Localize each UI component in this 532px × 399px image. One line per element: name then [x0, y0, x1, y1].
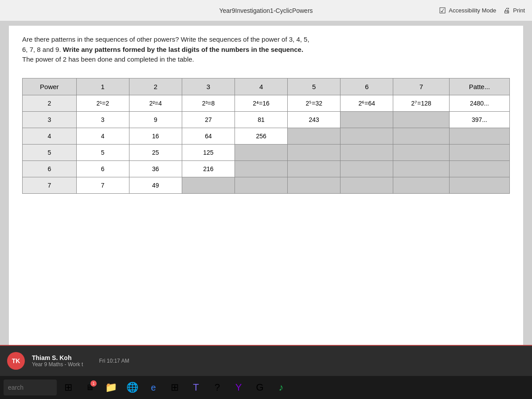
col-header-1: 1 — [76, 78, 129, 95]
data-cell[interactable] — [235, 177, 288, 193]
data-cell[interactable] — [393, 111, 449, 128]
data-cell[interactable]: 5 — [76, 144, 129, 160]
data-cell[interactable] — [288, 128, 340, 144]
taskbar-help-button[interactable]: ? — [207, 378, 227, 397]
data-cell[interactable] — [235, 144, 288, 160]
accessibility-icon: ☑ — [439, 6, 446, 16]
accessibility-label: Accessibility Mode — [449, 7, 496, 14]
taskbar: ⊞ 🖥 1 📁 🌐 e ⊞ T ? Y G ♪ — [0, 376, 532, 399]
data-cell[interactable]: 4 — [76, 128, 129, 144]
data-cell[interactable]: 2⁶=64 — [340, 95, 393, 111]
data-cell[interactable]: 7 — [76, 177, 129, 193]
taskbar-edge-button[interactable]: e — [144, 378, 163, 397]
power-cell[interactable]: 4 — [23, 128, 77, 144]
search-input[interactable] — [4, 379, 57, 395]
col-header-6: 6 — [340, 78, 393, 95]
data-cell[interactable] — [449, 144, 509, 160]
taskbar-badge-1: 1 — [90, 380, 97, 387]
timestamp: Fri 10:17 AM — [99, 358, 129, 364]
teams-icon: T — [193, 382, 199, 393]
data-cell[interactable] — [393, 177, 449, 193]
apps-icon: ⊞ — [171, 382, 179, 393]
data-cell[interactable]: 2²=4 — [129, 95, 182, 111]
print-icon: 🖨 — [503, 7, 510, 15]
data-cell[interactable]: 125 — [182, 144, 235, 160]
data-cell[interactable]: 2³=8 — [182, 95, 235, 111]
table-row: 441664256 — [23, 128, 510, 144]
data-cell[interactable] — [393, 160, 449, 177]
data-cell[interactable]: 27 — [182, 111, 235, 128]
taskbar-teams-button[interactable]: T — [186, 378, 206, 397]
taskbar-yahoo-button[interactable]: Y — [229, 378, 248, 397]
edge-icon: e — [151, 383, 156, 393]
taskbar-files-button[interactable]: 📁 — [101, 378, 121, 397]
data-cell[interactable] — [393, 128, 449, 144]
data-cell[interactable] — [449, 128, 509, 144]
data-cell[interactable] — [340, 177, 393, 193]
data-cell[interactable]: 2⁵=32 — [288, 95, 340, 111]
data-cell[interactable]: 81 — [235, 111, 288, 128]
data-cell[interactable]: 243 — [288, 111, 340, 128]
instructions-line1: Are there patterns in the sequences of o… — [22, 35, 309, 43]
col-header-power: Power — [23, 78, 77, 95]
data-cell[interactable]: 256 — [235, 128, 288, 144]
power-cell[interactable]: 7 — [23, 177, 77, 193]
data-cell[interactable] — [182, 177, 235, 193]
top-bar: Year9Investigation1-CyclicPowers ☑ Acces… — [0, 0, 532, 21]
data-cell[interactable] — [340, 160, 393, 177]
data-cell[interactable]: 2480... — [449, 95, 509, 111]
table-body: 22¹=22²=42³=82⁴=162⁵=322⁶=642⁷=1282480..… — [23, 95, 510, 193]
data-cell[interactable]: 2⁷=128 — [393, 95, 449, 111]
power-cell[interactable]: 6 — [23, 160, 77, 177]
taskbar-windows-button[interactable]: ⊞ — [59, 378, 78, 397]
data-cell[interactable]: 2¹=2 — [76, 95, 129, 111]
data-cell[interactable]: 16 — [129, 128, 182, 144]
taskbar-chrome-button[interactable]: 🌐 — [122, 378, 142, 397]
data-cell[interactable]: 2⁴=16 — [235, 95, 288, 111]
col-header-7: 7 — [393, 78, 449, 95]
google-icon: G — [256, 382, 263, 393]
taskbar-desktop-button[interactable]: 🖥 1 — [80, 378, 99, 397]
data-cell[interactable]: 6 — [76, 160, 129, 177]
top-bar-tools: ☑ Accessibility Mode 🖨 Print — [439, 6, 525, 16]
yahoo-icon: Y — [235, 382, 242, 393]
data-cell[interactable]: 25 — [129, 144, 182, 160]
print-button[interactable]: 🖨 Print — [503, 7, 525, 15]
data-cell[interactable] — [449, 160, 509, 177]
data-cell[interactable]: 216 — [182, 160, 235, 177]
data-cell[interactable] — [449, 177, 509, 193]
data-cell[interactable]: 397... — [449, 111, 509, 128]
data-cell[interactable] — [288, 144, 340, 160]
data-cell[interactable] — [340, 111, 393, 128]
data-cell[interactable] — [288, 177, 340, 193]
spotify-icon: ♪ — [279, 382, 284, 393]
accessibility-button[interactable]: ☑ Accessibility Mode — [439, 6, 496, 16]
data-cell[interactable]: 64 — [182, 128, 235, 144]
power-cell[interactable]: 3 — [23, 111, 77, 128]
col-header-3: 3 — [182, 78, 235, 95]
user-info: Thiam S. Koh Year 9 Maths - Work t — [32, 354, 83, 368]
data-cell[interactable]: 3 — [76, 111, 129, 128]
main-content: Are there patterns in the sequences of o… — [9, 26, 523, 363]
data-cell[interactable] — [288, 160, 340, 177]
chrome-icon: 🌐 — [126, 382, 138, 393]
taskbar-spotify-button[interactable]: ♪ — [271, 378, 291, 397]
table-row: 5525125 — [23, 144, 510, 160]
print-label: Print — [513, 7, 525, 14]
powers-table: Power 1 2 3 4 5 6 7 Patte... 22¹=22²=42³… — [22, 78, 510, 194]
data-cell[interactable] — [340, 128, 393, 144]
power-cell[interactable]: 2 — [23, 95, 77, 111]
col-header-pattern: Patte... — [449, 78, 509, 95]
data-cell[interactable] — [393, 144, 449, 160]
table-row: 6636216 — [23, 160, 510, 177]
power-cell[interactable]: 5 — [23, 144, 77, 160]
taskbar-google-button[interactable]: G — [250, 378, 270, 397]
taskbar-apps-button[interactable]: ⊞ — [165, 378, 184, 397]
data-cell[interactable] — [340, 144, 393, 160]
data-cell[interactable]: 9 — [129, 111, 182, 128]
user-detail: Year 9 Maths - Work t — [32, 361, 83, 368]
data-cell[interactable]: 49 — [129, 177, 182, 193]
files-icon: 📁 — [105, 382, 117, 393]
data-cell[interactable]: 36 — [129, 160, 182, 177]
data-cell[interactable] — [235, 160, 288, 177]
